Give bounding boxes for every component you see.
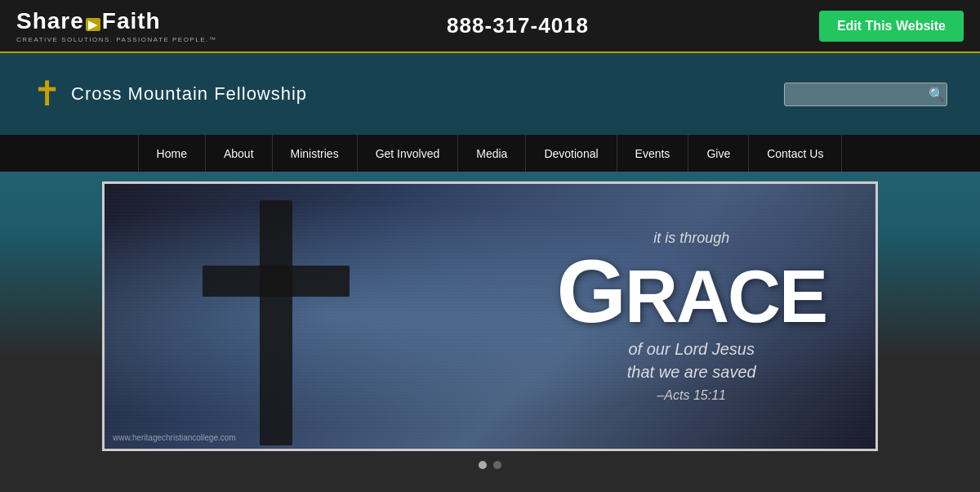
logo-icon: ▶ [86,18,100,31]
slide-dot-2[interactable] [493,461,501,469]
slide-dots [0,461,980,469]
hero-grace-text: GRACE [556,250,826,331]
nav-media[interactable]: Media [458,135,526,172]
edit-website-button[interactable]: Edit This Website [819,11,964,42]
nav-bar: Home About Ministries Get Involved Media… [0,135,980,172]
sharefaith-logo: Share▶Faith [16,8,216,34]
search-icon[interactable]: 🔍 [929,87,945,102]
hero-sub-line2: that we are saved [627,363,756,381]
hero-attribution: www.heritagechristiancollege.com [113,433,236,442]
nav-home[interactable]: Home [138,135,206,172]
nav-get-involved[interactable]: Get Involved [358,135,459,172]
hero-reference: –Acts 15:11 [556,388,826,403]
hero-sub-line1: of our Lord Jesus [628,340,755,358]
logo-tagline: CREATIVE SOLUTIONS. PASSIONATE PEOPLE.™ [16,36,216,43]
nav-ministries[interactable]: Ministries [273,135,358,172]
cross-silhouette [203,200,350,445]
site-header: ✝ Cross Mountain Fellowship 🔍 [0,53,980,135]
hero-text: it is through GRACE of our Lord Jesus th… [556,230,826,403]
cross-vertical-bar [260,200,292,445]
search-input[interactable] [791,88,929,101]
church-logo-area: ✝ Cross Mountain Fellowship [33,77,307,111]
slide-dot-1[interactable] [479,461,487,469]
hero-subtext: of our Lord Jesus that we are saved [556,338,826,383]
logo-area: Share▶Faith CREATIVE SOLUTIONS. PASSIONA… [16,8,216,43]
nav-events[interactable]: Events [617,135,689,172]
search-box[interactable]: 🔍 [784,83,947,106]
church-cross-icon: ✝ [33,77,61,111]
nav-devotional[interactable]: Devotional [526,135,617,172]
church-name: Cross Mountain Fellowship [71,83,307,105]
nav-about[interactable]: About [206,135,273,172]
top-bar: Share▶Faith CREATIVE SOLUTIONS. PASSIONA… [0,0,980,53]
hero-slider: it is through GRACE of our Lord Jesus th… [102,181,878,451]
cross-horizontal-bar [203,266,350,297]
website-preview: ✝ Cross Mountain Fellowship 🔍 Home About… [0,53,980,492]
nav-contact-us[interactable]: Contact Us [749,135,842,172]
nav-give[interactable]: Give [688,135,749,172]
phone-number: 888-317-4018 [447,13,589,38]
